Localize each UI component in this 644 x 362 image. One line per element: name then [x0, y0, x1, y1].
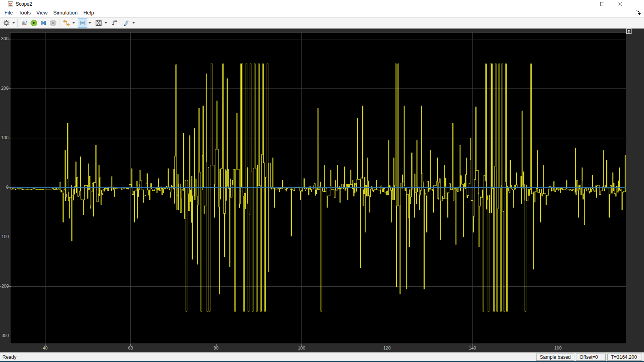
- minimize-button[interactable]: [575, 0, 593, 8]
- close-button[interactable]: [611, 0, 629, 8]
- x-axis-tick-mark: [473, 344, 473, 346]
- highlight-block-icon: [21, 19, 28, 27]
- window-title: Scope2: [16, 1, 32, 7]
- pan-pin-icon: [79, 19, 86, 27]
- maximize-button[interactable]: [593, 0, 611, 8]
- chevron-down-icon: [89, 22, 91, 24]
- scope-window: Scope2 FileToolsViewSimulationHelp: [0, 0, 644, 362]
- stop-icon: [50, 19, 57, 27]
- chevron-down-icon: [12, 22, 15, 24]
- status-time: T=3164.200: [607, 354, 642, 361]
- maximize-axes-button[interactable]: [626, 29, 632, 34]
- status-ready: Ready: [2, 354, 17, 360]
- settings-dropdown[interactable]: [11, 18, 16, 28]
- y-axis-tick-mark: [6, 39, 11, 39]
- x-axis-tick-mark: [387, 344, 387, 346]
- title-bar: Scope2: [0, 0, 644, 8]
- trigger-button[interactable]: [110, 18, 120, 28]
- pan-pin-button[interactable]: [78, 18, 87, 28]
- y-axis-tick-mark: [6, 187, 11, 188]
- x-axis-tick-label: 160: [549, 346, 567, 350]
- menu-items: FileToolsViewSimulationHelp: [2, 8, 97, 17]
- x-axis-tick-mark: [301, 344, 302, 346]
- step-forward-icon: [40, 19, 47, 27]
- status-offset: Offset=0: [576, 354, 606, 361]
- x-axis-tick-label: 120: [378, 346, 396, 350]
- scope-plot-canvas: [10, 32, 626, 344]
- status-cells: Sample based Offset=0 T=3164.200: [536, 354, 642, 361]
- zoom-fit-dropdown[interactable]: [103, 18, 108, 28]
- chevron-down-icon: [105, 22, 107, 24]
- x-axis-tick-label: 80: [207, 346, 225, 350]
- y-axis-tick-mark: [6, 336, 11, 336]
- menu-item-file[interactable]: File: [2, 8, 16, 17]
- x-axis-tick-mark: [558, 344, 558, 346]
- status-sample-mode: Sample based: [536, 354, 574, 361]
- x-axis-tick-label: 60: [122, 346, 139, 350]
- gear-icon: [3, 19, 10, 27]
- x-axis-tick-label: 100: [293, 346, 310, 350]
- y-axis-tick-mark: [6, 88, 11, 89]
- x-axis-tick-label: 40: [36, 346, 54, 350]
- x-axis-tick-mark: [216, 344, 217, 346]
- dock-arrow-icon[interactable]: [635, 10, 641, 16]
- zoom-fit-icon: [95, 19, 102, 27]
- zoom-fit-button[interactable]: [94, 18, 103, 28]
- highlight-block-button[interactable]: [19, 18, 29, 28]
- toolbar-separator: [17, 19, 18, 27]
- signal-selector-dropdown[interactable]: [71, 18, 76, 28]
- toolbar: [0, 17, 644, 29]
- pan-pin-dropdown[interactable]: [87, 18, 92, 28]
- trigger-icon: [111, 19, 118, 27]
- chevron-down-icon: [72, 22, 75, 24]
- plot-region: 3002001000-100-200-300406080100120140160: [0, 29, 644, 352]
- x-axis-tick-mark: [45, 344, 45, 346]
- menu-item-simulation[interactable]: Simulation: [50, 8, 80, 17]
- run-icon: [30, 19, 37, 27]
- window-controls: [575, 0, 644, 8]
- x-axis-tick-label: 140: [464, 346, 481, 350]
- menu-item-help[interactable]: Help: [80, 8, 97, 17]
- settings-button[interactable]: [2, 18, 11, 28]
- scope-plot[interactable]: [10, 32, 626, 344]
- step-forward-button[interactable]: [39, 18, 48, 28]
- y-axis-tick-mark: [6, 138, 11, 138]
- stop-button[interactable]: [48, 18, 58, 28]
- signal-selector-icon: [63, 19, 70, 27]
- measurements-icon: [123, 19, 130, 27]
- measurements-dropdown[interactable]: [131, 18, 136, 28]
- signal-selector-button[interactable]: [62, 18, 71, 28]
- y-axis-tick-mark: [6, 237, 11, 237]
- status-bar: Ready Sample based Offset=0 T=3164.200: [0, 352, 644, 361]
- menu-item-tools[interactable]: Tools: [16, 8, 33, 17]
- toolbar-separator: [60, 19, 60, 27]
- menu-bar: FileToolsViewSimulationHelp: [0, 8, 644, 17]
- run-button[interactable]: [29, 18, 39, 28]
- x-axis-tick-mark: [130, 344, 131, 346]
- y-axis-tick-mark: [6, 286, 11, 287]
- scope-app-icon: [8, 1, 13, 6]
- menu-item-view[interactable]: View: [33, 8, 50, 17]
- measurements-button[interactable]: [122, 18, 131, 28]
- chevron-down-icon: [132, 22, 135, 24]
